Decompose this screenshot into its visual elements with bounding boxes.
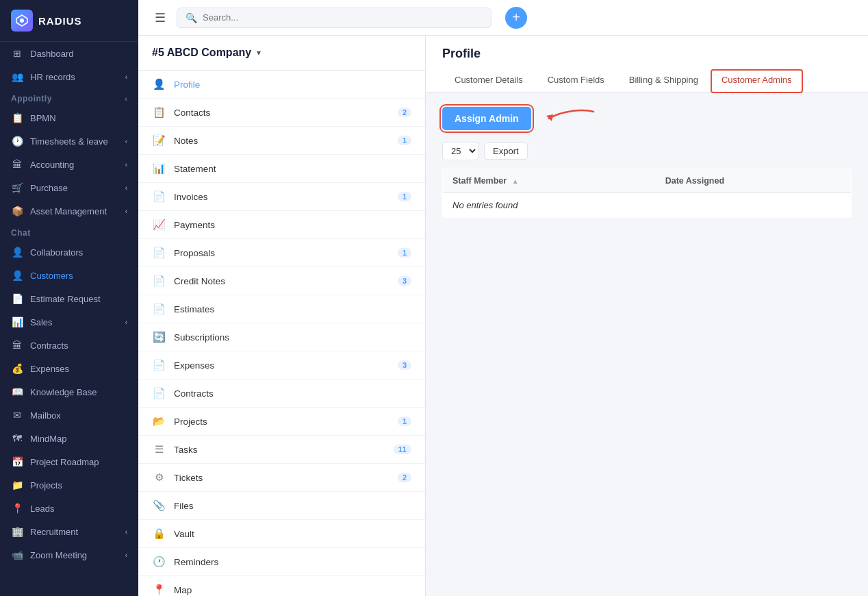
per-page-select[interactable]: 25 — [442, 142, 478, 160]
assign-admin-button[interactable]: Assign Admin — [442, 107, 531, 130]
sidebar-label-hr-records: HR records — [30, 72, 75, 82]
nav-item-vault[interactable]: 🔒Vault — [138, 520, 425, 548]
profile-content: Assign Admin 25 Export — [426, 92, 868, 596]
sidebar-section-appointly-header[interactable]: Appointly‹ — [0, 88, 138, 106]
tab-customer-admins[interactable]: Customer Admins — [711, 69, 803, 93]
nav-item-payments[interactable]: 📈Payments — [138, 211, 425, 239]
sidebar-item-collaborators[interactable]: 👤Collaborators — [0, 240, 138, 264]
expenses-icon: 💰 — [11, 363, 23, 374]
sidebar-item-asset-management[interactable]: 📦Asset Management‹ — [0, 199, 138, 223]
nav-item-reminders[interactable]: 🕐Reminders — [138, 548, 425, 576]
sidebar-item-recruitment[interactable]: 🏢Recruitment‹ — [0, 520, 138, 543]
sidebar-label-collaborators: Collaborators — [30, 247, 83, 258]
nav-icon-tickets: ⚙ — [152, 471, 166, 484]
nav-item-expenses[interactable]: 📄Expenses3 — [138, 351, 425, 380]
nav-label-estimates: Estimates — [174, 304, 214, 314]
sidebar-label-expenses: Expenses — [30, 364, 69, 374]
left-panel: #5 ABCD Company ▾ 👤Profile📋Contacts2📝Not… — [138, 36, 426, 596]
nav-label-statement: Statement — [174, 164, 216, 174]
nav-badge-notes: 1 — [398, 136, 411, 145]
nav-item-credit-notes[interactable]: 📄Credit Notes3 — [138, 267, 425, 295]
bpmn-icon: 📋 — [11, 112, 23, 123]
sidebar-section-chat-header[interactable]: Chat — [0, 223, 138, 240]
recruitment-icon: 🏢 — [11, 526, 23, 537]
sidebar-item-contracts[interactable]: 🏛Contracts — [0, 334, 138, 357]
dashboard-icon: ⊞ — [11, 48, 23, 59]
chevron-icon: ‹ — [125, 184, 127, 192]
nav-item-statement[interactable]: 📊Statement — [138, 155, 425, 183]
nav-item-map[interactable]: 📍Map — [138, 576, 425, 596]
hamburger-menu[interactable]: ☰ — [152, 8, 168, 28]
sidebar-item-mailbox[interactable]: ✉Mailbox — [0, 403, 138, 427]
nav-item-projects[interactable]: 📂Projects1 — [138, 408, 425, 436]
zoom-meeting-icon: 📹 — [11, 549, 23, 560]
sidebar-item-accounting[interactable]: 🏛Accounting‹ — [0, 153, 138, 176]
dropdown-icon: ▾ — [257, 48, 261, 58]
nav-icon-statement: 📊 — [152, 162, 166, 175]
sidebar-item-expenses[interactable]: 💰Expenses — [0, 357, 138, 380]
sidebar-item-purchase[interactable]: 🛒Purchase‹ — [0, 176, 138, 199]
sidebar-label-timesheets: Timesheets & leave — [30, 136, 108, 147]
sidebar-label-mailbox: Mailbox — [30, 410, 61, 421]
timesheets-icon: 🕐 — [11, 136, 23, 147]
sidebar-item-sales[interactable]: 📊Sales‹ — [0, 310, 138, 334]
nav-icon-invoices: 📄 — [152, 190, 166, 203]
sidebar-label-contracts: Contracts — [30, 340, 68, 351]
nav-item-subscriptions[interactable]: 🔄Subscriptions — [138, 323, 425, 351]
customer-header[interactable]: #5 ABCD Company ▾ — [138, 36, 425, 71]
sidebar-item-mindmap[interactable]: 🗺MindMap — [0, 427, 138, 450]
sales-icon: 📊 — [11, 316, 23, 327]
sidebar-item-hr-records[interactable]: 👥HR records‹ — [0, 65, 138, 88]
tab-billing-shipping[interactable]: Billing & Shipping — [617, 69, 711, 92]
sidebar-item-bpmn[interactable]: 📋BPMN — [0, 106, 138, 129]
nav-item-tasks[interactable]: ☰Tasks11 — [138, 436, 425, 464]
sidebar-label-sales: Sales — [30, 317, 53, 327]
sidebar-label-estimate-request: Estimate Request — [30, 294, 101, 304]
nav-item-contracts[interactable]: 📄Contracts — [138, 380, 425, 408]
add-button[interactable]: + — [505, 7, 527, 29]
chevron-icon: ‹ — [125, 208, 127, 215]
sidebar-item-knowledge-base[interactable]: 📖Knowledge Base — [0, 380, 138, 403]
nav-item-notes[interactable]: 📝Notes1 — [138, 127, 425, 155]
sidebar-item-timesheets[interactable]: 🕐Timesheets & leave‹ — [0, 129, 138, 153]
sidebar-item-estimate-request[interactable]: 📄Estimate Request — [0, 287, 138, 310]
sidebar-label-mindmap: MindMap — [30, 434, 66, 444]
search-input[interactable] — [203, 12, 483, 23]
nav-item-proposals[interactable]: 📄Proposals1 — [138, 239, 425, 267]
profile-title: Profile — [442, 47, 852, 61]
sidebar-item-leads[interactable]: 📍Leads — [0, 497, 138, 520]
nav-label-files: Files — [174, 501, 194, 511]
nav-icon-tasks: ☰ — [152, 443, 166, 456]
sidebar-item-zoom-meeting[interactable]: 📹Zoom Meeting‹ — [0, 543, 138, 567]
nav-item-files[interactable]: 📎Files — [138, 492, 425, 520]
sidebar-item-customers[interactable]: 👤Customers — [0, 264, 138, 287]
customer-title: #5 ABCD Company — [152, 47, 251, 59]
tab-custom-fields[interactable]: Custom Fields — [535, 69, 617, 92]
tab-customer-details[interactable]: Customer Details — [442, 69, 535, 92]
content-area: #5 ABCD Company ▾ 👤Profile📋Contacts2📝Not… — [138, 36, 868, 596]
sidebar-item-project-roadmap[interactable]: 📅Project Roadmap — [0, 450, 138, 473]
nav-item-contacts[interactable]: 📋Contacts2 — [138, 99, 425, 127]
nav-item-tickets[interactable]: ⚙Tickets2 — [138, 464, 425, 492]
hr-records-icon: 👥 — [11, 71, 23, 82]
sort-icon-staff[interactable]: ▲ — [512, 177, 519, 185]
nav-item-profile[interactable]: 👤Profile — [138, 71, 425, 99]
nav-item-estimates[interactable]: 📄Estimates — [138, 295, 425, 323]
nav-icon-credit-notes: 📄 — [152, 275, 166, 287]
app-logo[interactable]: RADIUS — [0, 0, 138, 42]
accounting-icon: 🏛 — [11, 159, 23, 170]
nav-label-profile: Profile — [174, 79, 200, 90]
sidebar-label-knowledge-base: Knowledge Base — [30, 387, 97, 397]
knowledge-base-icon: 📖 — [11, 386, 23, 397]
chevron-icon: ‹ — [125, 138, 127, 145]
nav-icon-notes: 📝 — [152, 134, 166, 147]
nav-label-projects: Projects — [174, 417, 207, 427]
sidebar-item-projects[interactable]: 📁Projects — [0, 473, 138, 497]
mailbox-icon: ✉ — [11, 410, 23, 421]
export-button[interactable]: Export — [484, 142, 528, 160]
nav-item-invoices[interactable]: 📄Invoices1 — [138, 183, 425, 211]
nav-icon-contacts: 📋 — [152, 106, 166, 119]
sidebar-label-recruitment: Recruitment — [30, 527, 78, 537]
topbar: ☰ 🔍 + — [138, 0, 868, 36]
sidebar-item-dashboard[interactable]: ⊞Dashboard — [0, 42, 138, 65]
